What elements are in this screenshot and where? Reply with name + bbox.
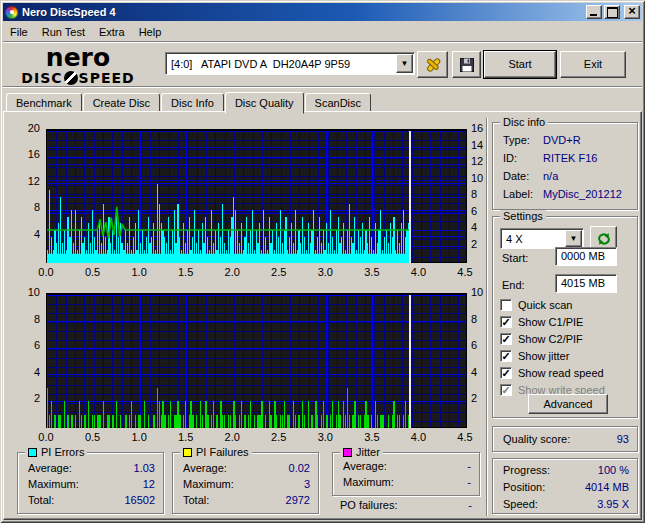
axis-tick-label: 2 (471, 392, 499, 404)
axis-tick-label: 8 (471, 188, 499, 200)
tab-benchmark[interactable]: Benchmark (6, 93, 82, 112)
menu-file[interactable]: File (3, 25, 35, 39)
quality-score-label: Quality score: (503, 433, 570, 445)
axis-tick-label: 2 (471, 238, 499, 250)
jitter-legend: Jitter Average:- Maximum:- (332, 452, 480, 496)
axis-tick-label: 3.5 (357, 266, 387, 278)
position-label: Position: (503, 481, 545, 493)
po-failures-row: PO failures: - (340, 499, 472, 511)
exit-button[interactable]: Exit (560, 51, 626, 78)
checkbox-icon[interactable] (500, 299, 512, 311)
axis-tick-label: 2.5 (264, 431, 294, 443)
axis-tick-label: 8 (12, 313, 40, 325)
quick-scan-label: Quick scan (518, 299, 572, 311)
pie-average-label: Average: (28, 462, 72, 474)
menu-help[interactable]: Help (132, 25, 169, 39)
pi-failures-title: PI Failures (196, 446, 249, 458)
tools-button[interactable] (417, 51, 448, 78)
axis-tick-label: 2.0 (217, 431, 247, 443)
menu-extra[interactable]: Extra (92, 25, 132, 39)
menu-bar: File Run Test Extra Help (3, 22, 642, 41)
disc-id-label: ID: (503, 152, 517, 164)
axis-tick-label: 3.0 (310, 431, 340, 443)
quality-score-value: 93 (617, 433, 629, 445)
maximize-icon[interactable] (604, 5, 620, 19)
show-c1-pie-label: Show C1/PIE (518, 316, 583, 328)
show-c2-pif-label: Show C2/PIF (518, 333, 583, 345)
divider (3, 86, 642, 88)
pif-average-label: Average: (183, 462, 227, 474)
pie-total-label: Total: (28, 494, 54, 506)
jitter-average-value: - (467, 460, 471, 472)
quick-scan-checkbox[interactable]: Quick scan (500, 298, 572, 311)
logo-disc-text: DISC (21, 71, 62, 85)
axis-tick-label: 4.0 (403, 431, 433, 443)
close-icon[interactable] (624, 5, 640, 19)
logo-speed-text: SPEED (79, 71, 135, 85)
axis-tick-label: 8 (12, 201, 40, 213)
title-bar: Nero DiscSpeed 4 (3, 3, 642, 21)
chevron-down-icon[interactable]: ▼ (565, 230, 582, 247)
axis-tick-label: 6 (471, 205, 499, 217)
axis-tick-label: 4 (12, 366, 40, 378)
show-c2-pif-checkbox[interactable]: ✓ Show C2/PIF (500, 332, 583, 345)
axis-tick-label: 4.0 (403, 266, 433, 278)
end-mb-field[interactable]: 4015 MB (555, 274, 617, 293)
axis-tick-label: 1.5 (171, 266, 201, 278)
scan-speed-select[interactable]: 4 X ▼ (500, 228, 584, 249)
axis-tick-label: 2.0 (217, 266, 247, 278)
checkbox-icon[interactable]: ✓ (500, 333, 512, 345)
axis-tick-label: 1.5 (171, 431, 201, 443)
pi-errors-swatch (28, 448, 37, 457)
tab-create-disc[interactable]: Create Disc (83, 93, 160, 112)
axis-tick-label: 16 (12, 148, 40, 160)
window-title: Nero DiscSpeed 4 (22, 6, 584, 18)
show-jitter-checkbox[interactable]: ✓ Show jitter (500, 349, 569, 362)
checkbox-icon[interactable]: ✓ (500, 316, 512, 328)
start-button[interactable]: Start (484, 51, 556, 78)
save-button[interactable] (452, 51, 481, 78)
pif-total-value: 2972 (286, 494, 310, 506)
pi-errors-chart (46, 129, 467, 263)
axis-tick-label: 4 (471, 221, 499, 233)
end-mb-label: End: (502, 279, 525, 291)
pif-maximum-label: Maximum: (183, 478, 234, 490)
drive-select[interactable]: [4:0] ATAPI DVD A DH20A4P 9P59 ▼ (165, 52, 415, 75)
axis-tick-label: 4.5 (450, 266, 480, 278)
disc-date-label: Date: (503, 170, 529, 182)
minimize-icon[interactable] (586, 5, 602, 19)
position-value: 4014 MB (585, 481, 629, 493)
show-c1-pie-checkbox[interactable]: ✓ Show C1/PIE (500, 315, 583, 328)
axis-tick-label: 16 (471, 122, 499, 134)
axis-tick-label: 6 (471, 339, 499, 351)
disc-id-value: RITEK F16 (543, 152, 629, 164)
start-mb-field[interactable]: 0000 MB (555, 247, 617, 266)
axis-tick-label: 12 (12, 175, 40, 187)
pif-total-label: Total: (183, 494, 209, 506)
axis-tick-label: 8 (471, 313, 499, 325)
axis-tick-label: 0.5 (78, 431, 108, 443)
speed-value: 3.95 X (597, 498, 629, 510)
tab-disc-quality[interactable]: Disc Quality (225, 92, 304, 114)
settings-title: Settings (500, 210, 546, 222)
pie-maximum-label: Maximum: (28, 478, 79, 490)
axis-tick-label: 4 (471, 366, 499, 378)
floppy-save-icon (459, 57, 475, 73)
disc-info-title: Disc info (500, 116, 548, 128)
checkbox-icon[interactable]: ✓ (500, 350, 512, 362)
status-box: Progress:100 % Position:4014 MB Speed:3.… (492, 458, 638, 514)
refresh-icon (596, 231, 612, 247)
checkbox-icon[interactable]: ✓ (500, 367, 512, 379)
advanced-button[interactable]: Advanced (528, 394, 608, 414)
tab-disc-info[interactable]: Disc Info (161, 93, 224, 112)
show-read-speed-checkbox[interactable]: ✓ Show read speed (500, 366, 604, 379)
chevron-down-icon[interactable]: ▼ (396, 54, 413, 73)
pi-errors-legend: PI Errors Average:1.03 Maximum:12 Total:… (17, 452, 164, 514)
tab-scandisc[interactable]: ScanDisc (305, 93, 371, 112)
menu-run-test[interactable]: Run Test (35, 25, 92, 39)
scan-speed-value: 4 X (501, 233, 565, 245)
show-jitter-label: Show jitter (518, 350, 569, 362)
disc-label-value: MyDisc_201212 (543, 188, 629, 200)
show-read-speed-label: Show read speed (518, 367, 604, 379)
axis-tick-label: 10 (471, 286, 499, 298)
